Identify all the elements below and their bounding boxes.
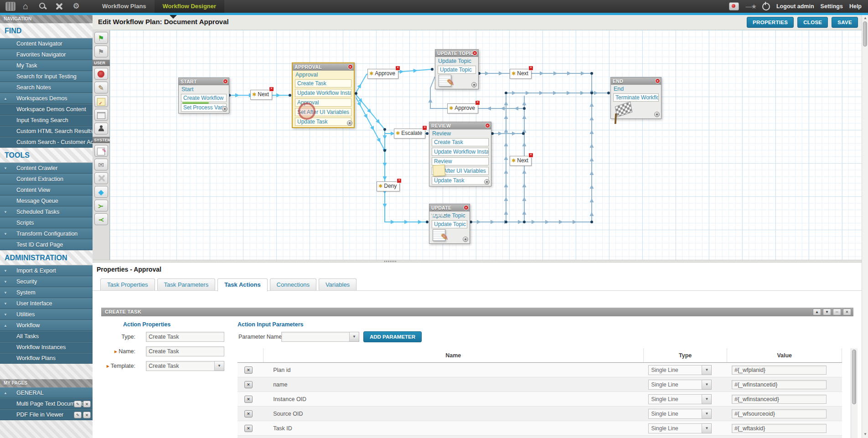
node-action-terminate-workflow[interactable]: Terminate Workflow [613, 93, 659, 102]
chevron-down-icon[interactable]: ▼ [215, 361, 224, 371]
sidebar-item-system[interactable]: ▼System [0, 287, 93, 298]
close-icon[interactable]: ✕ [485, 123, 490, 128]
delete-parameter-icon[interactable]: ✕ [244, 381, 253, 388]
sidebar-item-test-id-card-page[interactable]: Test ID Card Page [0, 239, 93, 250]
node-action-update-topic[interactable]: Update Topic [432, 220, 467, 228]
user-task-tool[interactable] [94, 123, 108, 134]
parameter-value-input[interactable] [732, 409, 827, 418]
end-node-tool[interactable]: ⚑ [94, 46, 108, 57]
delete-transition-icon[interactable]: ✕ [475, 100, 480, 105]
node-options-icon[interactable] [471, 82, 477, 88]
node-options-icon[interactable] [463, 237, 468, 242]
node-approval[interactable]: APPROVAL✕ApprovalCreate TaskUpdate Workf… [292, 62, 355, 128]
delete-transition-icon[interactable]: ✕ [528, 153, 533, 158]
chevron-down-icon[interactable]: ▼ [702, 394, 712, 404]
merge-tool[interactable]: Y [94, 213, 108, 225]
delete-transition-icon[interactable]: ✕ [397, 178, 402, 183]
search-icon[interactable] [36, 1, 49, 12]
page-scroll-thumb[interactable] [863, 21, 867, 46]
sidebar-item-workflow-plans[interactable]: Workflow Plans [0, 353, 93, 364]
node-update-topic-2[interactable]: UPDATE TOPIC✕Update TopicUpdate Topic [429, 204, 470, 244]
parameter-value-input[interactable] [732, 366, 827, 375]
edit-page-icon[interactable]: ✎ [74, 412, 82, 418]
gear-icon[interactable]: ⚙ [69, 1, 83, 12]
sidebar-item-content-navigator[interactable]: Content Navigator [0, 38, 93, 49]
approval-tool[interactable] [94, 68, 108, 80]
parameter-chevron-down-icon[interactable]: ▼ [350, 332, 359, 342]
move-up-icon[interactable]: ▲ [813, 309, 821, 315]
scroll-down-icon[interactable]: ▼ [863, 432, 867, 436]
add-parameter-button[interactable]: ADD PARAMETER [363, 331, 422, 342]
sidebar-item-transform-configuration[interactable]: ▼Transform Configuration [0, 228, 93, 239]
node-start[interactable]: START✕StartCreate WorkflowSet Process Va… [178, 77, 229, 113]
workflow-canvas[interactable]: START✕StartCreate WorkflowSet Process Va… [110, 30, 862, 260]
node-update-topic-1[interactable]: UPDATE TOPIC✕Update TopicUpdate Topic [435, 49, 479, 89]
sidebar-item-scripts[interactable]: Scripts [0, 217, 93, 228]
close-icon[interactable]: ✕ [348, 64, 353, 69]
sidebar-item-user-interface[interactable]: ▼User Interface [0, 298, 93, 309]
parameter-value-input[interactable] [732, 424, 827, 433]
splitter-handle[interactable] [384, 261, 397, 262]
tools-icon[interactable] [52, 1, 66, 12]
node-action-review[interactable]: Review [432, 157, 489, 165]
node-review[interactable]: REVIEW✕ReviewCreate TaskUpdate Workflow … [429, 122, 491, 186]
edge-label-approve-3[interactable]: ✱Approve✕ [447, 103, 478, 113]
logout-link[interactable]: Logout admin [776, 3, 814, 10]
node-end[interactable]: END✕EndTerminate Workflow [610, 77, 661, 119]
delete-parameter-icon[interactable]: ✕ [244, 425, 253, 432]
table-scrollbar[interactable] [851, 348, 858, 438]
close-page-icon[interactable]: ✕ [83, 401, 91, 407]
delete-parameter-icon[interactable]: ✕ [244, 366, 253, 374]
close-button[interactable]: CLOSE [797, 17, 828, 28]
delete-parameter-icon[interactable]: ✕ [244, 396, 253, 403]
chevron-down-icon[interactable]: ▼ [702, 423, 712, 433]
node-action-create-task[interactable]: Create Task [432, 138, 489, 146]
delete-transition-icon[interactable]: ✕ [269, 87, 274, 92]
tab-connections[interactable]: Connections [270, 278, 316, 291]
sidebar-item-content-extraction[interactable]: Content Extraction [0, 174, 93, 185]
update-tool[interactable] [94, 145, 108, 157]
form-tool[interactable] [94, 109, 108, 121]
node-options-icon[interactable] [222, 106, 227, 112]
parameter-value-input[interactable] [732, 380, 827, 389]
decision-tool[interactable]: ◆ [94, 186, 108, 198]
delete-transition-icon[interactable]: ✕ [395, 66, 400, 71]
tab-variables[interactable]: Variables [319, 278, 356, 291]
tab-task-properties[interactable]: Task Properties [100, 278, 155, 291]
minimize-icon[interactable]: ─ [833, 309, 841, 315]
parameter-type-select[interactable]: Single Line▼ [648, 394, 727, 404]
sidebar-item-custom-search-customer-accou[interactable]: Custom Search - Customer Accou [0, 137, 93, 148]
sidebar-item-scheduled-tasks[interactable]: ▼Scheduled Tasks [0, 206, 93, 217]
tab-task-actions[interactable]: Task Actions [217, 278, 267, 291]
move-down-icon[interactable]: ▼ [823, 309, 831, 315]
node-action-update-topic[interactable]: Update Topic [438, 66, 476, 74]
system-action-tool[interactable] [94, 172, 108, 184]
edge-label-escalate-4[interactable]: ✱Escalate✕ [394, 129, 425, 139]
edge-label-approve-1[interactable]: ✱Approve✕ [367, 69, 398, 79]
close-icon[interactable]: ✕ [223, 79, 228, 84]
edit-page-icon[interactable]: ✎ [74, 401, 82, 407]
sidebar-item-workspace-demos-content[interactable]: Workspace Demos Content [0, 104, 93, 115]
template-select[interactable]: Create Task ▼ [146, 361, 224, 371]
save-button[interactable]: SAVE [832, 17, 858, 28]
sidebar-item-workflow-instances[interactable]: Workflow Instances [0, 342, 93, 353]
chevron-down-icon[interactable]: ▼ [702, 365, 712, 375]
topbar-tab-workflow-designer[interactable]: Workflow Designer [155, 0, 225, 13]
tab-task-parameters[interactable]: Task Parameters [157, 278, 216, 291]
node-options-icon[interactable] [484, 179, 490, 185]
parameter-type-select[interactable]: Single Line▼ [648, 409, 727, 419]
delete-transition-icon[interactable]: ✕ [422, 125, 427, 130]
edge-label-next-6[interactable]: ✱Next✕ [510, 156, 532, 166]
delete-parameter-icon[interactable]: ✕ [244, 410, 253, 417]
sidebar-item-content-view[interactable]: Content View [0, 185, 93, 196]
edit-tool[interactable]: ✎ [94, 82, 108, 93]
note-tool[interactable] [94, 95, 108, 107]
close-page-icon[interactable]: ✕ [83, 412, 91, 418]
sidebar-item-general[interactable]: ▲GENERAL [0, 387, 93, 398]
sidebar-item-favorites-navigator[interactable]: Favorites Navigator [0, 49, 93, 60]
node-action-create-workflow[interactable]: Create Workflow [181, 94, 227, 102]
node-action-create-task[interactable]: Create Task [295, 79, 351, 88]
remove-action-icon[interactable]: ✕ [843, 309, 851, 315]
chevron-down-icon[interactable]: ▼ [702, 409, 712, 419]
sidebar-item-utilities[interactable]: ▼Utilities [0, 309, 93, 320]
